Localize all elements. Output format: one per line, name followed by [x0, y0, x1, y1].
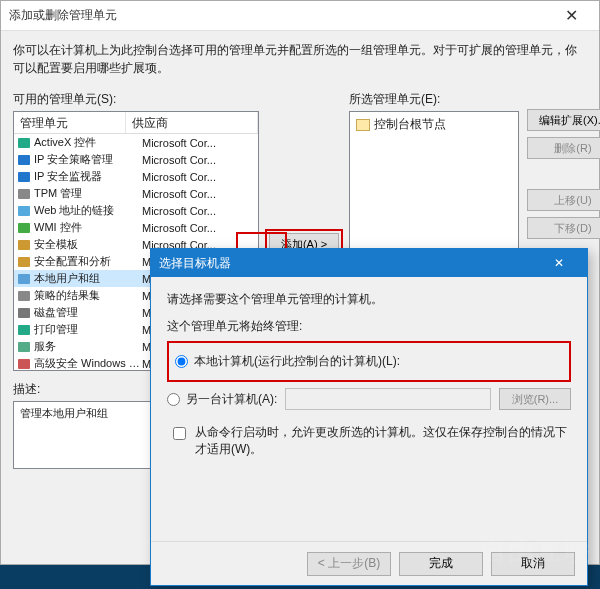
main-close-button[interactable]: ✕: [551, 1, 591, 31]
browse-button: 浏览(R)...: [499, 388, 571, 410]
list-item[interactable]: Web 地址的链接Microsoft Cor...: [14, 202, 258, 219]
snapin-icon: [16, 306, 32, 320]
item-name: TPM 管理: [34, 186, 142, 201]
item-name: WMI 控件: [34, 220, 142, 235]
svg-rect-1: [18, 155, 30, 165]
move-down-button[interactable]: 下移(D): [527, 217, 600, 239]
snapin-icon: [16, 272, 32, 286]
svg-rect-12: [18, 342, 30, 352]
local-radio-highlight: 本地计算机(运行此控制台的计算机)(L):: [167, 341, 571, 382]
list-item[interactable]: IP 安全监视器Microsoft Cor...: [14, 168, 258, 185]
edit-extensions-button[interactable]: 编辑扩展(X)...: [527, 109, 600, 131]
finish-button[interactable]: 完成: [399, 552, 483, 576]
item-name: 打印管理: [34, 322, 142, 337]
snapin-icon: [16, 170, 32, 184]
child-title: 选择目标机器: [159, 255, 539, 272]
snapin-icon: [16, 340, 32, 354]
item-vendor: Microsoft Cor...: [142, 205, 256, 217]
folder-icon: [356, 119, 370, 131]
local-computer-label: 本地计算机(运行此控制台的计算机)(L):: [194, 353, 400, 370]
child-close-button[interactable]: ✕: [539, 249, 579, 277]
svg-rect-5: [18, 223, 30, 233]
item-name: ActiveX 控件: [34, 135, 142, 150]
snapin-icon: [16, 136, 32, 150]
main-description: 你可以在计算机上为此控制台选择可用的管理单元并配置所选的一组管理单元。对于可扩展…: [13, 41, 587, 77]
svg-rect-4: [18, 206, 30, 216]
list-item[interactable]: IP 安全策略管理Microsoft Cor...: [14, 151, 258, 168]
remove-button[interactable]: 删除(R): [527, 137, 600, 159]
snapin-icon: [16, 289, 32, 303]
item-vendor: Microsoft Cor...: [142, 154, 256, 166]
svg-rect-0: [18, 138, 30, 148]
allow-change-label: 从命令行启动时，允许更改所选的计算机。这仅在保存控制台的情况下才适用(W)。: [195, 424, 569, 458]
snapin-icon: [16, 153, 32, 167]
item-name: 安全配置和分析: [34, 254, 142, 269]
move-up-button[interactable]: 上移(U): [527, 189, 600, 211]
item-name: 安全模板: [34, 237, 142, 252]
another-computer-label: 另一台计算机(A):: [186, 391, 277, 408]
local-computer-radio[interactable]: [175, 355, 188, 368]
svg-rect-8: [18, 274, 30, 284]
snapin-icon: [16, 238, 32, 252]
allow-change-checkbox[interactable]: [173, 427, 186, 440]
snapin-icon: [16, 323, 32, 337]
snapin-icon: [16, 357, 32, 371]
tree-root-label: 控制台根节点: [374, 116, 446, 133]
item-vendor: Microsoft Cor...: [142, 171, 256, 183]
tree-root-item[interactable]: 控制台根节点: [356, 116, 512, 133]
list-item[interactable]: WMI 控件Microsoft Cor...: [14, 219, 258, 236]
col-header-name[interactable]: 管理单元: [14, 112, 126, 133]
main-title: 添加或删除管理单元: [9, 7, 551, 24]
selected-label: 所选管理单元(E):: [349, 91, 519, 108]
item-vendor: Microsoft Cor...: [142, 188, 256, 200]
back-button: < 上一步(B): [307, 552, 391, 576]
col-header-vendor[interactable]: 供应商: [126, 112, 258, 133]
item-vendor: Microsoft Cor...: [142, 222, 256, 234]
available-list-header: 管理单元 供应商: [14, 112, 258, 134]
svg-rect-10: [18, 308, 30, 318]
item-name: 本地用户和组: [34, 271, 142, 286]
svg-rect-9: [18, 291, 30, 301]
select-target-dialog: 选择目标机器 ✕ 请选择需要这个管理单元管理的计算机。 这个管理单元将始终管理:…: [150, 248, 588, 586]
another-computer-radio[interactable]: [167, 393, 180, 406]
item-name: Web 地址的链接: [34, 203, 142, 218]
item-vendor: Microsoft Cor...: [142, 137, 256, 149]
item-name: 策略的结果集: [34, 288, 142, 303]
snapin-icon: [16, 204, 32, 218]
snapin-icon: [16, 187, 32, 201]
svg-rect-13: [18, 359, 30, 369]
computer-path-input: [285, 388, 491, 410]
available-label: 可用的管理单元(S):: [13, 91, 259, 108]
main-titlebar: 添加或删除管理单元 ✕: [1, 1, 599, 31]
item-name: 磁盘管理: [34, 305, 142, 320]
item-name: 服务: [34, 339, 142, 354]
svg-rect-2: [18, 172, 30, 182]
svg-rect-3: [18, 189, 30, 199]
item-name: IP 安全监视器: [34, 169, 142, 184]
manage-group-label: 这个管理单元将始终管理:: [167, 318, 571, 335]
snapin-icon: [16, 255, 32, 269]
svg-rect-11: [18, 325, 30, 335]
another-computer-radio-row[interactable]: 另一台计算机(A):: [167, 391, 277, 408]
local-computer-radio-row[interactable]: 本地计算机(运行此控制台的计算机)(L):: [173, 349, 565, 374]
list-item[interactable]: TPM 管理Microsoft Cor...: [14, 185, 258, 202]
item-name: IP 安全策略管理: [34, 152, 142, 167]
child-footer: < 上一步(B) 完成 取消: [151, 541, 587, 585]
allow-change-checkbox-row[interactable]: 从命令行启动时，允许更改所选的计算机。这仅在保存控制台的情况下才适用(W)。: [167, 420, 571, 462]
list-item[interactable]: ActiveX 控件Microsoft Cor...: [14, 134, 258, 151]
child-prompt: 请选择需要这个管理单元管理的计算机。: [167, 291, 571, 308]
svg-rect-7: [18, 257, 30, 267]
snapin-icon: [16, 221, 32, 235]
child-titlebar: 选择目标机器 ✕: [151, 249, 587, 277]
item-name: 高级安全 Windows 防...: [34, 356, 142, 370]
svg-rect-6: [18, 240, 30, 250]
cancel-button[interactable]: 取消: [491, 552, 575, 576]
